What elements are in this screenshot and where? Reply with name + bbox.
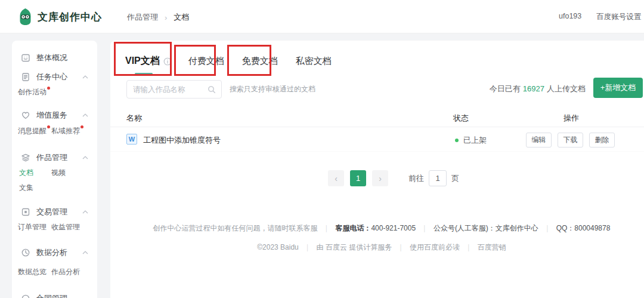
status-online-dot-icon [455, 139, 459, 142]
footer-separator: ｜ [323, 224, 330, 232]
sidebar-item-value-services[interactable]: 增值服务 [21, 109, 88, 121]
info-icon[interactable] [163, 57, 172, 66]
sidebar-item-label: 整体概况 [36, 53, 67, 63]
pagination: ‹ 1 › 前往 页 [328, 170, 459, 186]
doc-title[interactable]: 工程图中添加锥度符号 [143, 135, 221, 146]
goto-label: 前往 [408, 173, 424, 184]
sidebar-link-collections[interactable]: 文集 [19, 183, 33, 193]
current-page-button[interactable]: 1 [350, 170, 366, 186]
heart-icon [21, 110, 30, 120]
chevron-up-icon[interactable] [82, 210, 88, 214]
sidebar-item-task-center[interactable]: 任务中心 [21, 71, 88, 83]
download-button[interactable]: 下载 [558, 133, 583, 148]
tasks-icon [21, 72, 30, 82]
link-label: 订单管理 [18, 223, 47, 231]
edit-button[interactable]: 编辑 [526, 133, 552, 148]
sidebar-link-orders[interactable]: 订单管理 [18, 222, 47, 232]
link-label: 作品分析 [51, 268, 80, 276]
active-tab-underline [135, 73, 153, 75]
link-label: 视频 [51, 168, 66, 177]
sidebar-item-label: 任务中心 [36, 72, 67, 82]
sidebar-link-creation-activity[interactable]: 创作活动 [18, 87, 50, 97]
doc-tabs: VIP文档 付费文档 免费文档 私密文档 [125, 55, 332, 67]
contract-icon [21, 294, 30, 298]
link-label: 数据总览 [18, 268, 47, 276]
column-header-action: 操作 [564, 113, 579, 124]
sidebar-link-private-recommend[interactable]: 私域推荐 [51, 126, 83, 136]
tab-vip-docs[interactable]: VIP文档 [125, 55, 172, 67]
notification-badge [47, 125, 50, 128]
row-actions: 编辑 下载 删除 [526, 133, 615, 148]
footer-separator: ｜ [421, 224, 428, 232]
sidebar-link-videos[interactable]: 视频 [51, 168, 66, 178]
chevron-up-icon[interactable] [82, 75, 88, 79]
sidebar-item-label: 增值服务 [36, 110, 67, 121]
brand-logo[interactable]: 文库创作中心 [18, 8, 102, 26]
cloud-provider[interactable]: 由 百度云 提供计算服务 [317, 243, 392, 251]
tab-paid-docs[interactable]: 付费文档 [188, 56, 224, 67]
next-page-button[interactable]: › [372, 170, 388, 186]
qq-number: 800049878 [574, 224, 610, 232]
footer-separator: ｜ [304, 243, 311, 251]
breadcrumb: 作品管理 › 文档 [127, 12, 189, 23]
add-doc-button[interactable]: +新增文档 [593, 78, 643, 98]
upload-stats-suffix: 人上传文档 [547, 84, 586, 93]
phone-number: 400-921-7005 [371, 224, 416, 232]
delete-button[interactable]: 删除 [589, 133, 615, 148]
goto-page-input[interactable] [429, 170, 447, 186]
link-label: 收益管理 [51, 223, 80, 231]
sidebar-link-message-remind[interactable]: 消息提醒 [18, 126, 50, 136]
footer-separator: ｜ [465, 243, 472, 251]
sidebar-link-earnings[interactable]: 收益管理 [51, 222, 80, 232]
sidebar-item-label: 交易管理 [36, 207, 67, 217]
search-hint: 搜索只支持审核通过的文档 [230, 80, 315, 99]
sidebar-item-data-analysis[interactable]: 数据分析 [21, 247, 88, 259]
chevron-up-icon[interactable] [82, 113, 88, 117]
upload-stats-prefix: 今日已有 [490, 84, 521, 93]
chevron-up-icon[interactable] [82, 251, 88, 254]
link-label: 私域推荐 [51, 127, 80, 135]
wechat-account: 公众号(人工客服)：文库创作中心 [434, 224, 538, 232]
layers-icon [21, 153, 30, 162]
column-header-status: 状态 [453, 113, 469, 124]
phone-label: 客服电话： [335, 224, 371, 232]
breadcrumb-parent[interactable]: 作品管理 [127, 12, 158, 23]
footer-separator: ｜ [544, 224, 551, 232]
chevron-up-icon[interactable] [82, 156, 88, 159]
status-badge: 已上架 [463, 135, 487, 146]
table-header: 名称 状态 操作 [110, 109, 644, 127]
header-links: ufo193 百度账号设置 退出 [559, 12, 644, 22]
tab-private-docs[interactable]: 私密文档 [296, 56, 332, 67]
page-unit-label: 页 [451, 173, 459, 184]
sidebar-item-overview[interactable]: 整体概况 [21, 52, 88, 64]
upload-stats: 今日已有16927人上传文档 [490, 79, 586, 99]
trade-icon [21, 207, 30, 217]
link-label: 文档 [19, 168, 33, 177]
prev-page-button[interactable]: ‹ [328, 170, 344, 186]
sidebar-item-trade-management[interactable]: 交易管理 [21, 206, 88, 218]
account-settings-link[interactable]: 百度账号设置 [596, 12, 641, 22]
baidu-marketing-link[interactable]: 百度营销 [478, 243, 506, 251]
link-label: 创作活动 [18, 88, 47, 96]
link-label: 消息提醒 [18, 127, 47, 135]
sidebar-link-work-analysis[interactable]: 作品分析 [51, 267, 80, 277]
read-before-use-link[interactable]: 使用百度前必读 [410, 243, 460, 251]
sidebar-link-data-overview[interactable]: 数据总览 [18, 267, 47, 277]
username[interactable]: ufo193 [559, 12, 581, 22]
word-doc-icon: W [126, 134, 137, 145]
sidebar-item-contract-management[interactable]: 合同管理 [21, 293, 88, 298]
notification-badge [80, 125, 83, 128]
status-cell: 已上架 [455, 135, 487, 146]
footer-copyright-line: ©2023 Baidu｜由 百度云 提供计算服务｜使用百度前必读｜百度营销 [110, 242, 644, 253]
main-content: VIP文档 付费文档 免费文档 私密文档 搜索只支持审核通过的文档 今日已有16… [110, 41, 644, 298]
brand-title: 文库创作中心 [38, 10, 102, 24]
column-header-name: 名称 [126, 113, 142, 124]
search-icon[interactable] [208, 85, 216, 94]
sidebar-item-label: 作品管理 [36, 152, 67, 163]
sidebar-item-works-management[interactable]: 作品管理 [21, 152, 88, 164]
tab-free-docs[interactable]: 免费文档 [242, 56, 278, 67]
sidebar: 整体概况 任务中心 创作活动 增值服务 消息提醒 私域推荐 [12, 41, 97, 298]
breadcrumb-current: 文档 [174, 12, 189, 23]
search-input[interactable] [127, 85, 208, 94]
sidebar-link-docs[interactable]: 文档 [19, 168, 33, 178]
